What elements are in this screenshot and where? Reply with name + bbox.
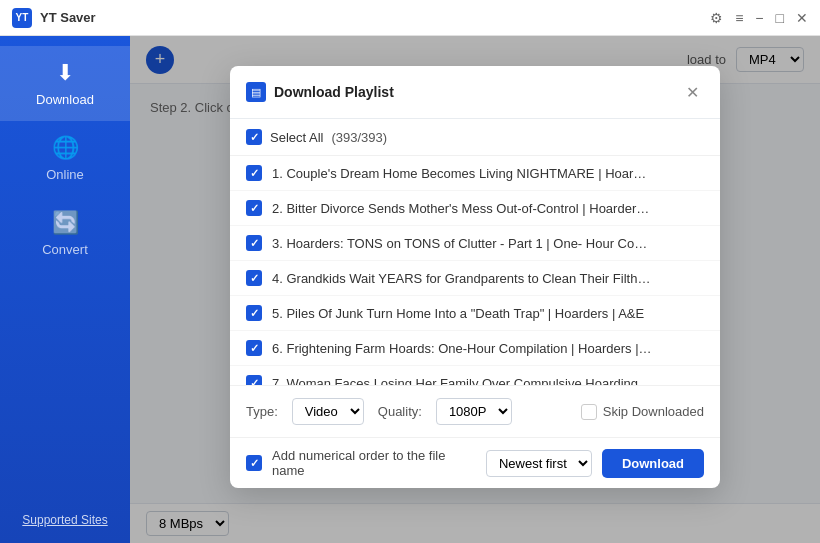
skip-downloaded-wrapper: Skip Downloaded [581,404,704,420]
playlist-item-text: 4. Grandkids Wait YEARS for Grandparents… [272,271,652,286]
maximize-icon[interactable]: □ [776,10,784,26]
playlist-item-text: 6. Frightening Farm Hoards: One-Hour Com… [272,341,652,356]
playlist-item[interactable]: ✓4. Grandkids Wait YEARS for Grandparent… [230,261,720,296]
playlist-item[interactable]: ✓5. Piles Of Junk Turn Home Into a "Deat… [230,296,720,331]
select-all-checkbox-wrapper[interactable]: ✓ [246,129,262,145]
playlist-item[interactable]: ✓1. Couple's Dream Home Becomes Living N… [230,156,720,191]
menu-icon[interactable]: ≡ [735,10,743,26]
playlist-item-text: 5. Piles Of Junk Turn Home Into a "Death… [272,306,644,321]
download-icon: ⬇ [56,60,74,86]
quality-select[interactable]: 1080P 720P 480P 360P [436,398,512,425]
app-title: YT Saver [40,10,710,25]
options-row: Type: Video Audio Quality: 1080P 720P 48… [230,386,720,438]
app-logo: YT [12,8,32,28]
item-checkbox-wrapper[interactable]: ✓ [246,270,262,286]
type-select[interactable]: Video Audio [292,398,364,425]
item-checkbox-wrapper[interactable]: ✓ [246,375,262,386]
item-checkbox-wrapper[interactable]: ✓ [246,305,262,321]
item-checkbox-wrapper[interactable]: ✓ [246,200,262,216]
item-checkbox[interactable]: ✓ [246,270,262,286]
item-checkbox[interactable]: ✓ [246,200,262,216]
playlist-list[interactable]: ✓1. Couple's Dream Home Becomes Living N… [230,156,720,386]
sidebar-item-convert[interactable]: 🔄 Convert [0,196,130,271]
sidebar-item-download[interactable]: ⬇ Download [0,46,130,121]
sidebar: ⬇ Download 🌐 Online 🔄 Convert Supported … [0,36,130,543]
item-checkbox[interactable]: ✓ [246,235,262,251]
modal-header: ▤ Download Playlist ✕ [230,66,720,119]
modal-overlay: ▤ Download Playlist ✕ ✓ Select All (393/… [130,36,820,543]
main-layout: ⬇ Download 🌐 Online 🔄 Convert Supported … [0,36,820,543]
order-select[interactable]: Newest first Oldest first [486,450,592,477]
modal-download-playlist: ▤ Download Playlist ✕ ✓ Select All (393/… [230,66,720,488]
modal-close-button[interactable]: ✕ [680,80,704,104]
item-checkbox-wrapper[interactable]: ✓ [246,235,262,251]
numerical-order-checkbox[interactable]: ✓ [246,455,262,471]
online-icon: 🌐 [52,135,79,161]
numerical-order-label: Add numerical order to the file name [272,448,476,478]
sidebar-label-convert: Convert [42,242,88,257]
sidebar-label-download: Download [36,92,94,107]
item-checkbox-wrapper[interactable]: ✓ [246,340,262,356]
item-checkbox[interactable]: ✓ [246,305,262,321]
playlist-item-text: 2. Bitter Divorce Sends Mother's Mess Ou… [272,201,652,216]
playlist-item-text: 1. Couple's Dream Home Becomes Living NI… [272,166,652,181]
settings-icon[interactable]: ⚙ [710,10,723,26]
content-area: + load to MP4 MP3 AVI MOV Step 2. Click … [130,36,820,543]
numerical-order-wrapper: ✓ [246,455,262,471]
playlist-item[interactable]: ✓2. Bitter Divorce Sends Mother's Mess O… [230,191,720,226]
title-bar: YT YT Saver ⚙ ≡ − □ ✕ [0,0,820,36]
select-all-checkbox[interactable]: ✓ [246,129,262,145]
item-checkbox[interactable]: ✓ [246,340,262,356]
item-checkbox-wrapper[interactable]: ✓ [246,165,262,181]
playlist-item-text: 7. Woman Faces Losing Her Family Over Co… [272,376,652,387]
window-controls: ⚙ ≡ − □ ✕ [710,10,808,26]
sidebar-item-online[interactable]: 🌐 Online [0,121,130,196]
modal-header-icon: ▤ [246,82,266,102]
playlist-item[interactable]: ✓7. Woman Faces Losing Her Family Over C… [230,366,720,386]
minimize-icon[interactable]: − [755,10,763,26]
select-all-label: Select All [270,130,323,145]
modal-footer: ✓ Add numerical order to the file name N… [230,438,720,488]
close-icon[interactable]: ✕ [796,10,808,26]
count-badge: (393/393) [331,130,387,145]
skip-downloaded-label: Skip Downloaded [603,404,704,419]
modal-title: Download Playlist [274,84,672,100]
select-all-row: ✓ Select All (393/393) [230,119,720,156]
quality-label: Quality: [378,404,422,419]
item-checkbox[interactable]: ✓ [246,165,262,181]
playlist-item[interactable]: ✓6. Frightening Farm Hoards: One-Hour Co… [230,331,720,366]
playlist-icon: ▤ [251,86,261,99]
type-label: Type: [246,404,278,419]
sidebar-label-online: Online [46,167,84,182]
modal-download-button[interactable]: Download [602,449,704,478]
skip-downloaded-checkbox[interactable] [581,404,597,420]
playlist-item[interactable]: ✓3. Hoarders: TONS on TONS of Clutter - … [230,226,720,261]
playlist-item-text: 3. Hoarders: TONS on TONS of Clutter - P… [272,236,652,251]
convert-icon: 🔄 [52,210,79,236]
supported-sites-link[interactable]: Supported Sites [22,513,107,543]
item-checkbox[interactable]: ✓ [246,375,262,386]
